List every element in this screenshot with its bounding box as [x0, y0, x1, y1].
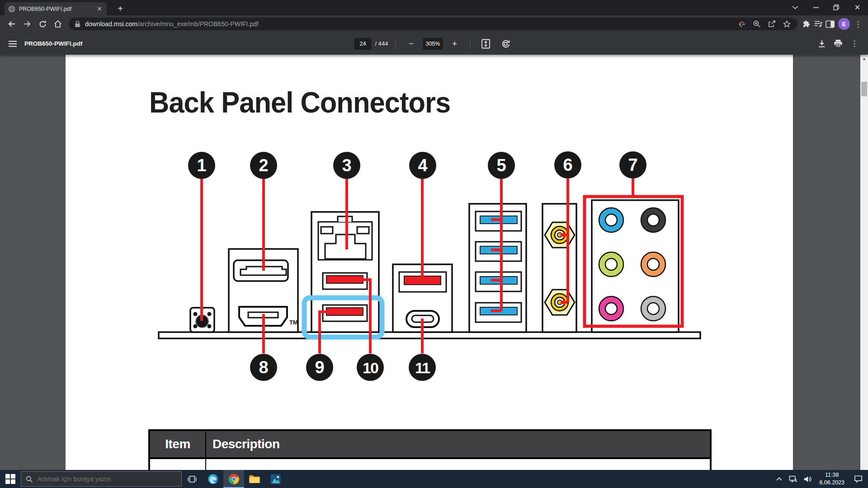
zoom-out-button[interactable]: − — [403, 36, 419, 52]
window-close-button[interactable]: ✕ — [847, 0, 868, 15]
globe-favicon-icon — [8, 5, 15, 13]
url-path: /archive/mnu_exe/mb/PROB650-PWIFI.pdf — [137, 20, 259, 28]
tray-chevron-icon[interactable] — [772, 470, 786, 488]
rotate-button[interactable] — [497, 36, 514, 52]
page-title: Back Panel Connectors — [149, 86, 450, 119]
zoom-level-value[interactable]: 305% — [423, 38, 443, 50]
start-button[interactable] — [0, 470, 21, 488]
page-number-input[interactable]: 24 — [354, 38, 372, 50]
side-panel-icon[interactable] — [825, 19, 835, 29]
photos-taskbar-icon[interactable] — [265, 470, 286, 488]
chrome-taskbar-icon[interactable] — [223, 470, 244, 488]
reload-button[interactable] — [35, 17, 50, 31]
window-minimize-button[interactable] — [806, 0, 826, 15]
page-total-label: / 444 — [375, 40, 388, 47]
extensions-puzzle-icon[interactable] — [801, 19, 812, 29]
url-host: download.msi.com — [85, 20, 137, 28]
action-center-icon[interactable] — [848, 470, 868, 488]
download-icon[interactable] — [814, 36, 830, 52]
tab-title: PROB650-PWIFI.pdf — [19, 6, 92, 12]
print-icon[interactable] — [830, 36, 846, 52]
taskbar: 11:38 6.06.2023 — [0, 470, 868, 488]
file-explorer-taskbar-icon[interactable] — [244, 470, 265, 488]
pdf-menu-hamburger-icon[interactable] — [5, 36, 21, 52]
forward-button[interactable] — [20, 17, 34, 31]
tab-strip: PROB650-PWIFI.pdf ✕ + ✕ — [0, 0, 868, 15]
pdf-page-controls: 24 / 444 − 305% + — [354, 36, 514, 52]
table-row — [148, 459, 712, 471]
vertical-scrollbar[interactable]: ▲ — [860, 55, 868, 470]
zoom-in-button[interactable]: + — [446, 36, 462, 52]
table-header-item: Item — [150, 431, 206, 457]
address-bar[interactable]: download.msi.com/archive/mnu_exe/mb/PROB… — [69, 18, 797, 30]
table-header-row: Item Description — [148, 429, 712, 459]
search-input[interactable] — [37, 475, 177, 483]
divider — [470, 38, 470, 49]
lock-icon — [74, 20, 81, 28]
edge-taskbar-icon[interactable] — [203, 470, 223, 488]
pdf-doc-title: PROB650-PWIFI.pdf — [24, 40, 82, 47]
tab-search-chevron-icon[interactable] — [785, 0, 805, 15]
share-icon[interactable] — [766, 19, 777, 29]
browser-menu-kebab-icon[interactable]: ⋮ — [853, 19, 863, 29]
new-tab-button[interactable]: + — [114, 3, 127, 15]
system-tray: 11:38 6.06.2023 — [772, 470, 868, 488]
bookmark-star-icon[interactable] — [781, 19, 792, 29]
taskbar-clock[interactable]: 11:38 6.06.2023 — [816, 471, 848, 487]
media-queue-icon[interactable] — [813, 19, 824, 29]
network-icon[interactable] — [786, 470, 800, 488]
task-view-button[interactable] — [182, 470, 203, 488]
divider — [395, 38, 396, 49]
tab-close-icon[interactable]: ✕ — [96, 5, 103, 13]
description-table: Item Description — [148, 429, 712, 471]
windows-logo-icon — [5, 474, 15, 484]
search-icon — [26, 475, 33, 483]
pdf-menu-kebab-icon[interactable]: ⋮ — [846, 36, 863, 52]
table-header-description: Description — [206, 437, 710, 451]
url-text[interactable]: download.msi.com/archive/mnu_exe/mb/PROB… — [85, 20, 732, 28]
address-toolbar: download.msi.com/archive/mnu_exe/mb/PROB… — [0, 15, 868, 33]
scrollbar-thumb[interactable] — [861, 82, 867, 96]
back-button[interactable] — [5, 17, 19, 31]
scroll-up-arrow-icon[interactable]: ▲ — [860, 56, 868, 61]
pdf-toolbar: PROB650-PWIFI.pdf 24 / 444 − 305% + — [0, 33, 868, 55]
google-logo-icon[interactable] — [736, 19, 747, 29]
pdf-page — [66, 55, 793, 488]
tab-prob650-pdf[interactable]: PROB650-PWIFI.pdf ✕ — [5, 2, 107, 15]
tray-time: 11:38 — [819, 471, 844, 479]
fit-to-page-button[interactable] — [477, 36, 494, 52]
tray-date: 6.06.2023 — [819, 479, 844, 487]
taskbar-search-box[interactable] — [21, 471, 182, 487]
volume-icon[interactable] — [800, 470, 816, 488]
zoom-in-page-icon[interactable] — [751, 19, 762, 29]
window-restore-button[interactable] — [826, 0, 846, 15]
screen: PROB650-PWIFI.pdf ✕ + ✕ — [0, 0, 868, 488]
home-button[interactable] — [51, 17, 65, 31]
profile-avatar[interactable]: E — [838, 18, 850, 30]
